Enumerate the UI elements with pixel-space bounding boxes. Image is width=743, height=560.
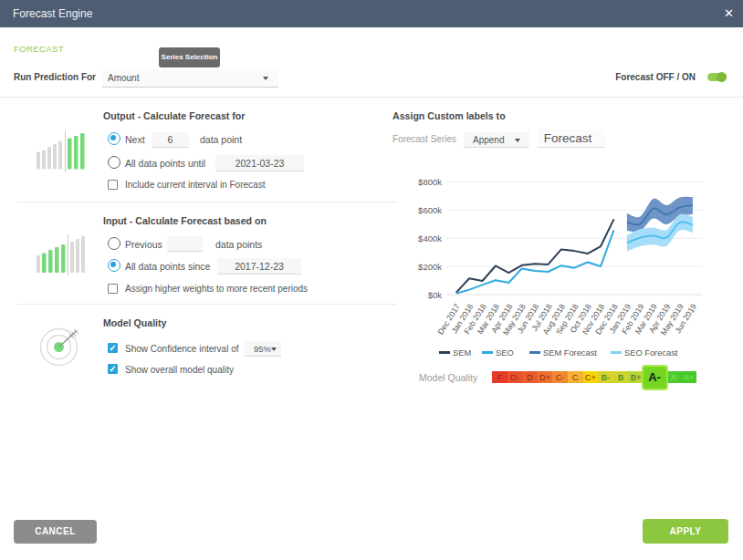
svg-text:$200k: $200k bbox=[418, 262, 442, 272]
svg-text:$0k: $0k bbox=[428, 290, 443, 300]
svg-text:$800k: $800k bbox=[418, 177, 442, 187]
svg-text:$600k: $600k bbox=[418, 205, 442, 215]
svg-text:$400k: $400k bbox=[418, 233, 442, 244]
